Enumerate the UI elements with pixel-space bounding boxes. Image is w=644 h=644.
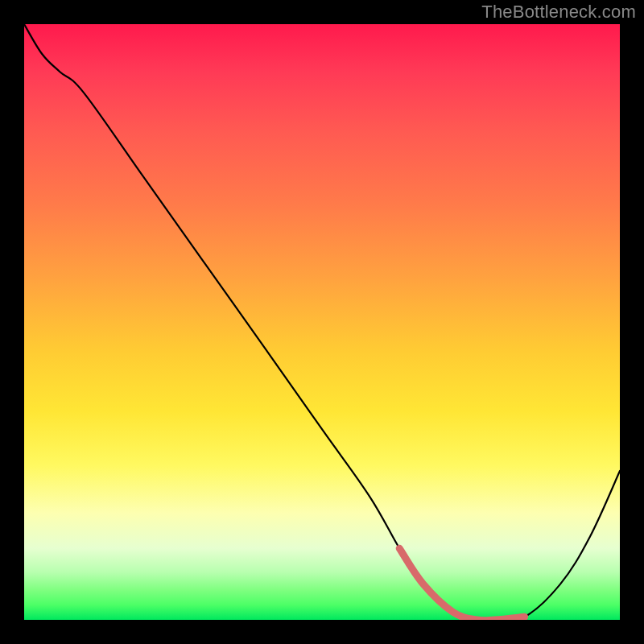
plot-area [24, 24, 620, 620]
highlight-curve [399, 548, 524, 620]
chart-svg [24, 24, 620, 620]
main-curve [24, 24, 620, 620]
chart-container: TheBottleneck.com [0, 0, 644, 644]
watermark-text: TheBottleneck.com [481, 2, 636, 23]
